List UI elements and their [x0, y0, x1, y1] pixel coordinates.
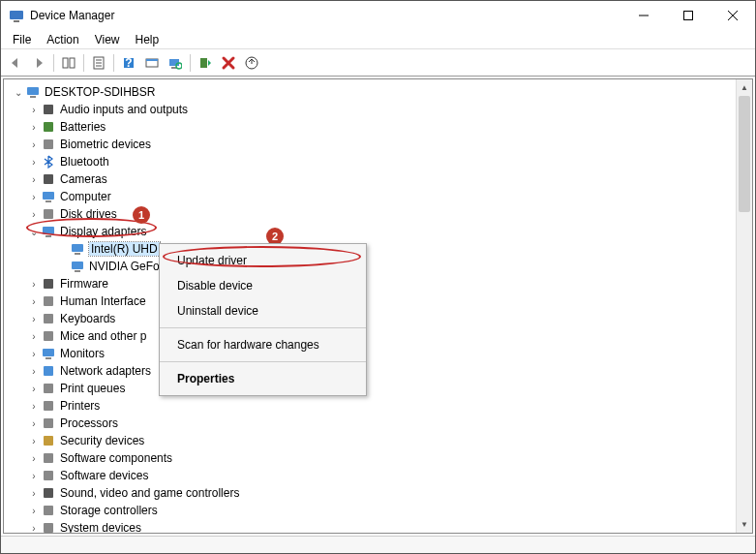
chevron-right-icon[interactable] — [27, 314, 41, 324]
svg-rect-23 — [44, 105, 53, 114]
chevron-right-icon[interactable] — [27, 401, 41, 412]
category-label: Security devices — [60, 434, 144, 447]
ctx-disable-device[interactable]: Disable device — [160, 273, 366, 298]
chevron-right-icon[interactable] — [27, 122, 41, 133]
tree-device[interactable]: Intel(R) UHD — [8, 240, 748, 258]
chevron-right-icon[interactable] — [27, 349, 41, 359]
ctx-scan-hardware[interactable]: Scan for hardware changes — [160, 332, 366, 357]
monitor-icon — [41, 346, 56, 361]
ctx-properties[interactable]: Properties — [160, 366, 366, 391]
tree-category[interactable]: System devices — [8, 519, 748, 534]
tree-category[interactable]: Monitors — [8, 345, 748, 362]
maximize-button[interactable] — [666, 1, 711, 30]
chevron-right-icon[interactable] — [27, 209, 41, 220]
root-label: DESKTOP-SDIHBSR — [45, 85, 155, 99]
display-icon — [41, 224, 56, 239]
tree-category[interactable]: Disk drives — [8, 205, 748, 223]
tree-category[interactable]: Print queues — [8, 380, 748, 397]
help-button[interactable]: ? — [118, 52, 139, 74]
tree-category[interactable]: Human Interface — [8, 292, 748, 310]
chevron-right-icon[interactable] — [27, 174, 41, 185]
tree-category[interactable]: Biometric devices — [8, 136, 748, 153]
tree-category[interactable]: Processors — [8, 415, 748, 432]
scrollbar-thumb[interactable] — [739, 96, 750, 212]
chevron-right-icon[interactable] — [27, 506, 41, 516]
update-driver-button[interactable] — [241, 52, 262, 74]
show-hide-console-button[interactable] — [58, 52, 79, 74]
tree-category[interactable]: Network adapters — [8, 362, 748, 380]
tree-root[interactable]: DESKTOP-SDIHBSR — [8, 83, 748, 101]
printer-icon — [41, 398, 56, 414]
tree-category[interactable]: Keyboards — [8, 310, 748, 327]
scroll-down-icon[interactable]: ▼ — [737, 516, 752, 533]
hid-icon — [41, 293, 56, 309]
ctx-uninstall-device[interactable]: Uninstall device — [160, 298, 366, 323]
back-button[interactable] — [5, 52, 26, 74]
chevron-right-icon[interactable] — [27, 384, 41, 394]
menu-action[interactable]: Action — [39, 31, 86, 48]
menu-help[interactable]: Help — [128, 31, 167, 48]
chevron-right-icon[interactable] — [27, 139, 41, 150]
security-icon — [41, 433, 56, 448]
firmware-icon — [41, 276, 56, 292]
tree-device[interactable]: NVIDIA GeFo — [8, 258, 748, 275]
chevron-right-icon[interactable] — [27, 453, 41, 464]
uninstall-device-button[interactable] — [218, 52, 239, 74]
tree-category[interactable]: Software devices — [8, 467, 748, 484]
chevron-down-icon[interactable] — [27, 227, 41, 237]
chevron-right-icon[interactable] — [27, 418, 41, 429]
chevron-right-icon[interactable] — [27, 366, 41, 377]
tree-category[interactable]: Sound, video and game controllers — [8, 484, 748, 502]
tree-category[interactable]: Cameras — [8, 170, 748, 188]
device-label: Intel(R) UHD — [89, 242, 160, 256]
chevron-right-icon[interactable] — [27, 331, 41, 342]
device-tree[interactable]: DESKTOP-SDIHBSRAudio inputs and outputsB… — [4, 79, 752, 534]
tree-category[interactable]: Storage controllers — [8, 502, 748, 519]
chevron-right-icon[interactable] — [27, 192, 41, 202]
chevron-right-icon[interactable] — [27, 296, 41, 307]
action-button[interactable] — [141, 52, 163, 74]
properties-button[interactable] — [88, 52, 109, 74]
minimize-button[interactable] — [621, 1, 666, 30]
svg-rect-39 — [44, 331, 53, 341]
bluetooth-icon — [41, 154, 56, 169]
device-label: NVIDIA GeFo — [89, 260, 160, 273]
enable-device-button[interactable] — [195, 52, 216, 74]
svg-rect-7 — [70, 58, 75, 68]
fingerprint-icon — [41, 137, 56, 152]
software-icon — [41, 468, 56, 483]
chevron-right-icon[interactable] — [27, 471, 41, 481]
close-button[interactable] — [711, 1, 755, 30]
tree-category[interactable]: Software components — [8, 449, 748, 467]
chevron-right-icon[interactable] — [27, 279, 41, 290]
tree-category[interactable]: Bluetooth — [8, 153, 748, 170]
tree-category[interactable]: Batteries — [8, 118, 748, 136]
tree-category[interactable]: Firmware — [8, 275, 748, 292]
tree-category[interactable]: Printers — [8, 397, 748, 415]
scan-hardware-button[interactable] — [165, 52, 186, 74]
chevron-right-icon[interactable] — [27, 436, 41, 446]
chevron-right-icon[interactable] — [27, 488, 41, 499]
tree-category[interactable]: Mice and other p — [8, 327, 748, 345]
battery-icon — [41, 119, 56, 135]
ctx-update-driver[interactable]: Update driver — [160, 248, 366, 273]
forward-button[interactable] — [28, 52, 49, 74]
tree-category[interactable]: Display adapters — [8, 223, 748, 240]
scroll-up-icon[interactable]: ▲ — [737, 79, 752, 96]
tree-category[interactable]: Security devices — [8, 432, 748, 449]
tree-category[interactable]: Computer — [8, 188, 748, 205]
vertical-scrollbar[interactable]: ▲ ▼ — [736, 79, 752, 533]
tree-category[interactable]: Audio inputs and outputs — [8, 101, 748, 118]
chevron-right-icon[interactable] — [27, 157, 41, 168]
svg-text:?: ? — [125, 56, 132, 70]
toolbar-separator — [83, 54, 84, 72]
menu-view[interactable]: View — [87, 31, 128, 48]
chevron-right-icon[interactable] — [27, 523, 41, 534]
svg-rect-40 — [43, 349, 54, 356]
chevron-down-icon[interactable] — [12, 87, 25, 98]
category-label: Batteries — [60, 120, 106, 134]
chevron-right-icon[interactable] — [27, 105, 41, 115]
svg-rect-28 — [45, 200, 51, 202]
menu-file[interactable]: File — [5, 31, 39, 48]
svg-rect-1 — [14, 20, 19, 22]
